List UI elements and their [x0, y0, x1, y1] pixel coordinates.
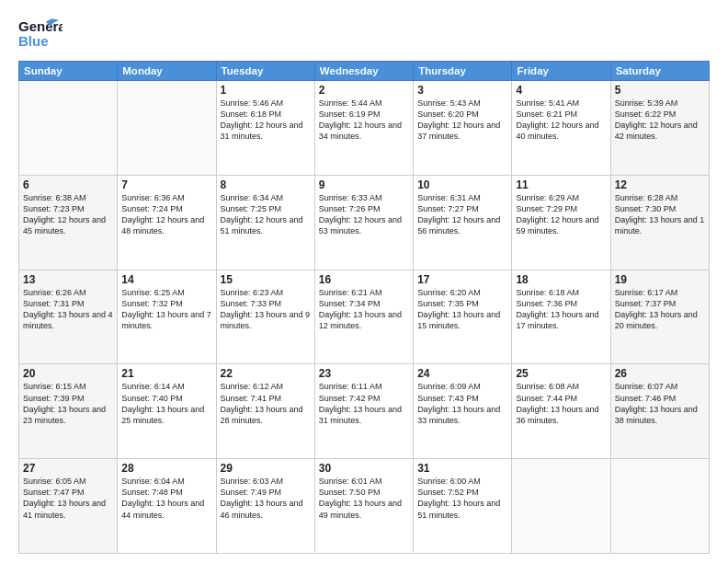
day-info: Sunrise: 5:44 AM Sunset: 6:19 PM Dayligh…	[319, 98, 409, 143]
calendar-cell: 13Sunrise: 6:26 AM Sunset: 7:31 PM Dayli…	[19, 270, 118, 364]
day-info: Sunrise: 6:38 AM Sunset: 7:23 PM Dayligh…	[23, 192, 113, 237]
calendar-cell: 8Sunrise: 6:34 AM Sunset: 7:25 PM Daylig…	[216, 175, 314, 270]
day-info: Sunrise: 6:34 AM Sunset: 7:25 PM Dayligh…	[221, 192, 311, 237]
day-number: 15	[221, 273, 311, 286]
day-number: 17	[417, 273, 507, 286]
calendar-cell	[118, 81, 216, 176]
day-number: 28	[121, 462, 211, 475]
day-number: 25	[516, 367, 606, 380]
calendar-cell: 31Sunrise: 6:00 AM Sunset: 7:52 PM Dayli…	[414, 459, 512, 554]
calendar-week-row: 27Sunrise: 6:05 AM Sunset: 7:47 PM Dayli…	[19, 459, 710, 554]
day-info: Sunrise: 6:15 AM Sunset: 7:39 PM Dayligh…	[23, 381, 113, 426]
day-number: 23	[319, 367, 409, 380]
calendar-cell: 18Sunrise: 6:18 AM Sunset: 7:36 PM Dayli…	[512, 270, 610, 364]
dow-header: Wednesday	[314, 62, 413, 81]
day-info: Sunrise: 6:33 AM Sunset: 7:26 PM Dayligh…	[319, 192, 409, 237]
day-info: Sunrise: 6:21 AM Sunset: 7:34 PM Dayligh…	[319, 287, 409, 332]
day-number: 1	[221, 84, 311, 97]
day-info: Sunrise: 6:05 AM Sunset: 7:47 PM Dayligh…	[23, 476, 113, 521]
day-number: 21	[121, 367, 211, 380]
dow-header: Tuesday	[216, 62, 314, 81]
calendar-cell: 12Sunrise: 6:28 AM Sunset: 7:30 PM Dayli…	[610, 175, 709, 270]
day-number: 4	[516, 84, 606, 97]
day-info: Sunrise: 5:39 AM Sunset: 6:22 PM Dayligh…	[615, 98, 705, 143]
day-info: Sunrise: 6:26 AM Sunset: 7:31 PM Dayligh…	[23, 287, 113, 332]
calendar-cell: 15Sunrise: 6:23 AM Sunset: 7:33 PM Dayli…	[216, 270, 314, 364]
day-info: Sunrise: 6:08 AM Sunset: 7:44 PM Dayligh…	[516, 381, 606, 426]
calendar-cell: 28Sunrise: 6:04 AM Sunset: 7:48 PM Dayli…	[118, 459, 216, 554]
calendar-cell: 10Sunrise: 6:31 AM Sunset: 7:27 PM Dayli…	[414, 175, 512, 270]
calendar-cell: 30Sunrise: 6:01 AM Sunset: 7:50 PM Dayli…	[314, 459, 413, 554]
day-number: 10	[417, 178, 507, 191]
calendar-cell: 24Sunrise: 6:09 AM Sunset: 7:43 PM Dayli…	[414, 364, 512, 459]
dow-header: Thursday	[414, 62, 512, 81]
day-number: 26	[615, 367, 705, 380]
day-number: 8	[221, 178, 311, 191]
day-info: Sunrise: 6:09 AM Sunset: 7:43 PM Dayligh…	[417, 381, 507, 426]
day-info: Sunrise: 5:41 AM Sunset: 6:21 PM Dayligh…	[516, 98, 606, 143]
day-info: Sunrise: 6:00 AM Sunset: 7:52 PM Dayligh…	[417, 476, 507, 521]
day-number: 5	[615, 84, 705, 97]
calendar-cell: 29Sunrise: 6:03 AM Sunset: 7:49 PM Dayli…	[216, 459, 314, 554]
calendar-cell: 7Sunrise: 6:36 AM Sunset: 7:24 PM Daylig…	[118, 175, 216, 270]
calendar-cell: 4Sunrise: 5:41 AM Sunset: 6:21 PM Daylig…	[512, 81, 610, 176]
day-info: Sunrise: 6:36 AM Sunset: 7:24 PM Dayligh…	[121, 192, 211, 237]
day-number: 13	[23, 273, 113, 286]
dow-header: Sunday	[19, 62, 118, 81]
calendar-cell: 23Sunrise: 6:11 AM Sunset: 7:42 PM Dayli…	[314, 364, 413, 459]
day-number: 2	[319, 84, 409, 97]
calendar-cell	[610, 459, 709, 554]
day-info: Sunrise: 5:46 AM Sunset: 6:18 PM Dayligh…	[221, 98, 311, 143]
calendar-week-row: 13Sunrise: 6:26 AM Sunset: 7:31 PM Dayli…	[19, 270, 710, 364]
day-info: Sunrise: 6:20 AM Sunset: 7:35 PM Dayligh…	[417, 287, 507, 332]
calendar-table: SundayMondayTuesdayWednesdayThursdayFrid…	[18, 61, 710, 554]
day-number: 14	[121, 273, 211, 286]
page: General Blue SundayMondayTuesdayWednesda…	[0, 0, 728, 563]
day-info: Sunrise: 6:11 AM Sunset: 7:42 PM Dayligh…	[319, 381, 409, 426]
calendar-cell	[19, 81, 118, 176]
day-info: Sunrise: 6:29 AM Sunset: 7:29 PM Dayligh…	[516, 192, 606, 237]
calendar-week-row: 1Sunrise: 5:46 AM Sunset: 6:18 PM Daylig…	[19, 81, 710, 176]
calendar-cell: 11Sunrise: 6:29 AM Sunset: 7:29 PM Dayli…	[512, 175, 610, 270]
day-number: 9	[319, 178, 409, 191]
day-number: 6	[23, 178, 113, 191]
day-number: 27	[23, 462, 113, 475]
day-number: 16	[319, 273, 409, 286]
calendar-cell: 20Sunrise: 6:15 AM Sunset: 7:39 PM Dayli…	[19, 364, 118, 459]
day-number: 30	[319, 462, 409, 475]
day-info: Sunrise: 6:23 AM Sunset: 7:33 PM Dayligh…	[221, 287, 311, 332]
svg-text:Blue: Blue	[18, 33, 49, 49]
calendar-cell: 3Sunrise: 5:43 AM Sunset: 6:20 PM Daylig…	[414, 81, 512, 176]
day-info: Sunrise: 6:14 AM Sunset: 7:40 PM Dayligh…	[121, 381, 211, 426]
day-info: Sunrise: 6:12 AM Sunset: 7:41 PM Dayligh…	[221, 381, 311, 426]
calendar-cell: 21Sunrise: 6:14 AM Sunset: 7:40 PM Dayli…	[118, 364, 216, 459]
day-info: Sunrise: 6:01 AM Sunset: 7:50 PM Dayligh…	[319, 476, 409, 521]
dow-header: Monday	[118, 62, 216, 81]
calendar-cell: 9Sunrise: 6:33 AM Sunset: 7:26 PM Daylig…	[314, 175, 413, 270]
calendar-week-row: 20Sunrise: 6:15 AM Sunset: 7:39 PM Dayli…	[19, 364, 710, 459]
calendar-cell	[512, 459, 610, 554]
dow-header: Friday	[512, 62, 610, 81]
dow-header: Saturday	[610, 62, 709, 81]
day-number: 31	[417, 462, 507, 475]
calendar-cell: 19Sunrise: 6:17 AM Sunset: 7:37 PM Dayli…	[610, 270, 709, 364]
calendar-cell: 27Sunrise: 6:05 AM Sunset: 7:47 PM Dayli…	[19, 459, 118, 554]
day-number: 12	[615, 178, 705, 191]
day-number: 3	[417, 84, 507, 97]
calendar-cell: 14Sunrise: 6:25 AM Sunset: 7:32 PM Dayli…	[118, 270, 216, 364]
day-number: 19	[615, 273, 705, 286]
logo-icon: General Blue	[18, 15, 63, 53]
day-info: Sunrise: 6:17 AM Sunset: 7:37 PM Dayligh…	[615, 287, 705, 332]
calendar-cell: 5Sunrise: 5:39 AM Sunset: 6:22 PM Daylig…	[610, 81, 709, 176]
day-info: Sunrise: 5:43 AM Sunset: 6:20 PM Dayligh…	[417, 98, 507, 143]
logo: General Blue	[18, 15, 64, 53]
day-number: 22	[221, 367, 311, 380]
day-number: 20	[23, 367, 113, 380]
calendar-cell: 25Sunrise: 6:08 AM Sunset: 7:44 PM Dayli…	[512, 364, 610, 459]
day-number: 7	[121, 178, 211, 191]
day-info: Sunrise: 6:18 AM Sunset: 7:36 PM Dayligh…	[516, 287, 606, 332]
calendar-cell: 6Sunrise: 6:38 AM Sunset: 7:23 PM Daylig…	[19, 175, 118, 270]
calendar-cell: 2Sunrise: 5:44 AM Sunset: 6:19 PM Daylig…	[314, 81, 413, 176]
header: General Blue	[18, 15, 710, 53]
day-number: 11	[516, 178, 606, 191]
